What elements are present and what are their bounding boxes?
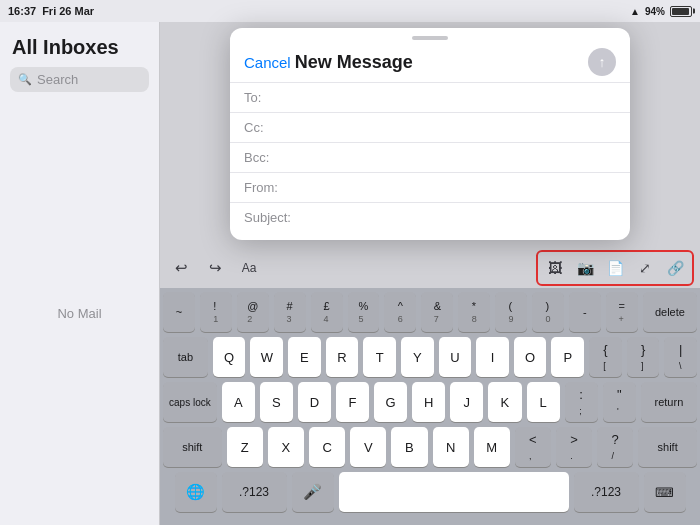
key-l[interactable]: L — [527, 382, 560, 422]
key-g[interactable]: G — [374, 382, 407, 422]
key-5[interactable]: %5 — [348, 292, 380, 332]
photo-library-button[interactable]: 🖼 — [541, 254, 569, 282]
key-x[interactable]: X — [268, 427, 304, 467]
cc-input[interactable] — [294, 120, 616, 135]
key-c[interactable]: C — [309, 427, 345, 467]
delete-key[interactable]: delete — [643, 292, 697, 332]
key-pipe[interactable]: |\ — [664, 337, 697, 377]
key-4[interactable]: £4 — [311, 292, 343, 332]
key-t[interactable]: T — [363, 337, 396, 377]
numbers-key-right[interactable]: .?123 — [574, 472, 639, 512]
key-s[interactable]: S — [260, 382, 293, 422]
key-n[interactable]: N — [433, 427, 469, 467]
key-9[interactable]: (9 — [495, 292, 527, 332]
link-icon: 🔗 — [667, 260, 684, 276]
undo-button[interactable]: ↩ — [166, 253, 196, 283]
battery-fill — [672, 8, 689, 15]
key-p[interactable]: P — [551, 337, 584, 377]
wifi-icon: ▲ — [630, 6, 640, 17]
return-key[interactable]: return — [641, 382, 697, 422]
redo-icon: ↪ — [209, 259, 222, 277]
key-e[interactable]: E — [288, 337, 321, 377]
subject-label: Subject: — [244, 210, 294, 225]
subject-input[interactable] — [294, 210, 616, 225]
key-semicolon[interactable]: :; — [565, 382, 598, 422]
content-area: Cancel New Message ↑ To: Cc: Bcc: From: — [160, 22, 700, 525]
key-question[interactable]: ?/ — [597, 427, 633, 467]
cc-field-row: Cc: — [230, 112, 630, 142]
key-f[interactable]: F — [336, 382, 369, 422]
key-3[interactable]: #3 — [274, 292, 306, 332]
status-bar: 16:37 Fri 26 Mar ▲ 94% — [0, 0, 700, 22]
key-lt[interactable]: <, — [515, 427, 551, 467]
subject-field-row: Subject: — [230, 202, 630, 232]
key-r[interactable]: R — [326, 337, 359, 377]
to-input[interactable] — [294, 90, 616, 105]
modal-header: Cancel New Message ↑ — [230, 46, 630, 82]
key-equals[interactable]: =+ — [606, 292, 638, 332]
key-lbrace[interactable]: {[ — [589, 337, 622, 377]
numbers-key-left[interactable]: .?123 — [222, 472, 287, 512]
key-1[interactable]: !1 — [200, 292, 232, 332]
from-input[interactable] — [294, 180, 616, 195]
send-arrow-icon: ↑ — [599, 54, 606, 70]
key-d[interactable]: D — [298, 382, 331, 422]
key-j[interactable]: J — [450, 382, 483, 422]
search-icon: 🔍 — [18, 73, 32, 86]
shift-right-key[interactable]: shift — [638, 427, 697, 467]
shift-left-key[interactable]: shift — [163, 427, 222, 467]
compose-title: New Message — [291, 52, 588, 73]
key-b[interactable]: B — [391, 427, 427, 467]
hide-keyboard-key[interactable]: ⌨ — [644, 472, 686, 512]
cancel-button[interactable]: Cancel — [244, 54, 291, 71]
battery-icon — [670, 6, 692, 17]
bcc-input[interactable] — [294, 150, 616, 165]
search-bar[interactable]: 🔍 Search — [10, 67, 149, 92]
globe-key[interactable]: 🌐 — [175, 472, 217, 512]
keyboard-toolbar: ↩ ↪ Aa 🖼 📷 — [160, 248, 700, 288]
key-0[interactable]: )0 — [532, 292, 564, 332]
key-k[interactable]: K — [488, 382, 521, 422]
caps-lock-key[interactable]: caps lock — [163, 382, 217, 422]
key-6[interactable]: ^6 — [384, 292, 416, 332]
tab-key[interactable]: tab — [163, 337, 208, 377]
key-quote[interactable]: "' — [603, 382, 636, 422]
key-m[interactable]: M — [474, 427, 510, 467]
microphone-key[interactable]: 🎤 — [292, 472, 334, 512]
key-2[interactable]: @2 — [237, 292, 269, 332]
key-v[interactable]: V — [350, 427, 386, 467]
sidebar: All Inboxes 🔍 Search No Mail — [0, 22, 160, 525]
key-gt[interactable]: >. — [556, 427, 592, 467]
key-o[interactable]: O — [514, 337, 547, 377]
main-area: All Inboxes 🔍 Search No Mail Cancel New … — [0, 22, 700, 525]
no-mail-label: No Mail — [57, 306, 101, 321]
key-u[interactable]: U — [439, 337, 472, 377]
key-y[interactable]: Y — [401, 337, 434, 377]
status-bar-right: ▲ 94% — [630, 6, 692, 17]
file-button[interactable]: 📄 — [601, 254, 629, 282]
send-button[interactable]: ↑ — [588, 48, 616, 76]
key-tilde[interactable]: ~ — [163, 292, 195, 332]
key-minus[interactable]: - — [569, 292, 601, 332]
bcc-label: Bcc: — [244, 150, 294, 165]
redo-button[interactable]: ↪ — [200, 253, 230, 283]
keyboard-row-2: tab Q W E R T Y U I O P {[ }] |\ — [163, 337, 697, 377]
keyboard: ~ !1 @2 #3 £4 %5 ^6 &7 *8 (9 )0 - =+ del… — [160, 288, 700, 525]
space-key[interactable] — [339, 472, 569, 512]
key-rbrace[interactable]: }] — [627, 337, 660, 377]
to-label: To: — [244, 90, 294, 105]
key-z[interactable]: Z — [227, 427, 263, 467]
key-w[interactable]: W — [250, 337, 283, 377]
link-button[interactable]: 🔗 — [661, 254, 689, 282]
key-q[interactable]: Q — [213, 337, 246, 377]
format-button[interactable]: Aa — [234, 253, 264, 283]
key-7[interactable]: &7 — [421, 292, 453, 332]
key-8[interactable]: *8 — [458, 292, 490, 332]
scan-button[interactable]: ⤢ — [631, 254, 659, 282]
camera-icon: 📷 — [577, 260, 594, 276]
key-h[interactable]: H — [412, 382, 445, 422]
bcc-field-row: Bcc: — [230, 142, 630, 172]
key-i[interactable]: I — [476, 337, 509, 377]
key-a[interactable]: A — [222, 382, 255, 422]
camera-button[interactable]: 📷 — [571, 254, 599, 282]
